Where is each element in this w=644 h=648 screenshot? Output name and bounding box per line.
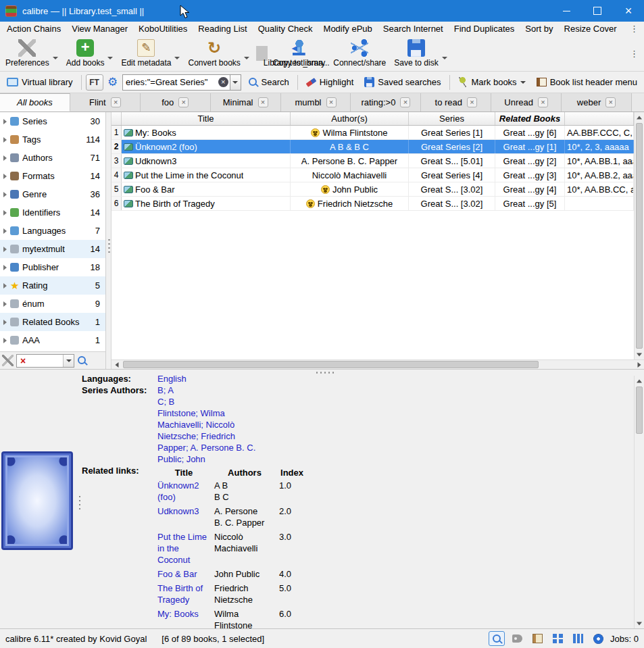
highlight-button[interactable]: Highlight — [302, 74, 358, 91]
tag-browser-item[interactable]: Publisher 18 — [0, 258, 105, 276]
dropdown-arrow-icon[interactable] — [244, 57, 249, 59]
series-author-link[interactable]: Nietzsche; Friedrich — [157, 430, 631, 442]
expand-arrow-icon[interactable] — [3, 119, 7, 124]
expand-arrow-icon[interactable] — [3, 174, 7, 179]
book-row[interactable]: 5 Foo & Bar John Public Great S... [3.02… — [112, 182, 634, 197]
tag-browser-toggle[interactable] — [509, 631, 525, 646]
tag-browser-item[interactable]: mytextmult 14 — [0, 240, 105, 258]
sidebar-splitter[interactable] — [106, 112, 112, 369]
book-list-tab[interactable]: Unread — [491, 93, 562, 111]
jobs-indicator[interactable]: Jobs: 0 — [610, 634, 639, 644]
cover-grid-toggle[interactable] — [549, 631, 566, 646]
virtual-library-button[interactable]: Virtual library — [3, 74, 77, 91]
details-splitter[interactable] — [0, 369, 644, 376]
dropdown-arrow-icon[interactable] — [174, 57, 180, 59]
series-author-link[interactable]: Papper; A. Persone B. C. — [157, 442, 631, 453]
edit-metadata-button[interactable]: Edit metadata — [117, 37, 184, 70]
related-title-link[interactable]: Ünknown2 (foo) — [157, 480, 199, 502]
expand-arrow-icon[interactable] — [3, 137, 7, 143]
scroll-left-icon[interactable] — [112, 360, 122, 369]
connect-share-button[interactable]: Connect/share — [329, 37, 390, 70]
menu-item[interactable]: Resize Cover — [559, 22, 622, 36]
expand-arrow-icon[interactable] — [3, 155, 7, 161]
related-title-link[interactable]: Foo & Bar — [157, 569, 197, 579]
clear-find-icon[interactable] — [17, 355, 26, 366]
related-title-link[interactable]: Udknown3 — [157, 506, 199, 516]
series-author-link[interactable]: B; A — [157, 384, 631, 396]
scrollbar-thumb[interactable] — [636, 123, 643, 349]
book-list-tab[interactable]: foo — [141, 93, 211, 111]
menu-item[interactable]: Quality Check — [253, 22, 318, 36]
full-text-search-toggle[interactable]: FT — [86, 74, 103, 91]
menu-item[interactable]: View Manager — [66, 22, 133, 36]
scroll-up-icon[interactable] — [635, 112, 644, 122]
book-list-tab[interactable]: Flint — [70, 93, 141, 111]
search-highlight-toggle[interactable] — [489, 631, 505, 646]
preferences-button[interactable]: Preferences — [1, 37, 62, 70]
scroll-down-icon[interactable] — [635, 618, 644, 628]
close-button[interactable] — [613, 0, 644, 22]
book-list-tab[interactable]: All books — [0, 93, 70, 111]
book-cover-thumbnail[interactable] — [1, 451, 73, 550]
series-author-link[interactable]: C; B — [157, 396, 631, 407]
scroll-up-icon[interactable] — [635, 376, 644, 386]
tab-close-icon[interactable] — [605, 97, 616, 107]
book-row[interactable]: 3 Udknown3 A. Persone B. C. Papper Great… — [112, 154, 634, 168]
tag-browser-item[interactable]: énum 9 — [0, 295, 105, 313]
tag-browser-search-icon[interactable] — [77, 355, 87, 366]
convert-books-button[interactable]: Convert books — [184, 37, 253, 70]
series-author-link[interactable]: Public; John — [157, 453, 631, 465]
tab-close-icon[interactable] — [538, 97, 548, 107]
menu-item[interactable]: Modify ePub — [318, 22, 378, 36]
expand-arrow-icon[interactable] — [3, 338, 7, 343]
expand-arrow-icon[interactable] — [3, 192, 7, 197]
tab-close-icon[interactable] — [400, 97, 410, 107]
tag-browser-item[interactable]: Authors 71 — [0, 149, 105, 167]
book-list-vertical-scrollbar[interactable] — [634, 112, 644, 359]
column-header-series[interactable]: Series — [409, 112, 495, 125]
tag-browser-item[interactable]: Series 30 — [0, 112, 105, 130]
menu-item[interactable]: Action Chains — [1, 22, 66, 36]
tag-browser-item[interactable]: Formats 14 — [0, 167, 105, 185]
tab-close-icon[interactable] — [258, 97, 268, 107]
book-row[interactable]: 6 The Birth of Tragedy Friedrich Nietzsc… — [112, 197, 634, 211]
series-author-link[interactable]: Machiavelli; Niccolò — [157, 419, 631, 430]
expand-arrow-icon[interactable] — [3, 247, 7, 252]
scroll-down-icon[interactable] — [635, 349, 644, 359]
tag-browser-find-box[interactable] — [16, 354, 74, 368]
tag-browser-item[interactable]: Languages 7 — [0, 222, 105, 240]
book-list-tab[interactable]: weber — [562, 93, 632, 111]
tab-close-icon[interactable] — [467, 97, 477, 107]
cover-splitter[interactable] — [78, 376, 82, 628]
search-input[interactable] — [126, 77, 218, 87]
menu-item[interactable]: Search Internet — [378, 22, 449, 36]
saved-searches-button[interactable]: Saved searches — [360, 74, 445, 91]
tab-close-icon[interactable] — [326, 97, 337, 107]
menu-item[interactable]: Sort by — [520, 22, 558, 36]
quickview-toggle[interactable] — [590, 631, 606, 646]
find-dropdown[interactable] — [63, 355, 74, 367]
column-header-related-books[interactable]: Related Books — [495, 112, 565, 125]
tab-close-icon[interactable] — [111, 97, 121, 107]
related-title-link[interactable]: Put the Lime in the Coconut — [157, 532, 207, 565]
series-author-link[interactable]: Flintstone; Wilma — [157, 407, 631, 419]
chevron-down-icon[interactable] — [520, 81, 526, 84]
expand-arrow-icon[interactable] — [3, 301, 7, 307]
tag-browser-item[interactable]: Identifiers 14 — [0, 203, 105, 222]
book-list-header-menu-button[interactable]: Book list header menu — [532, 74, 641, 91]
maximize-button[interactable] — [582, 0, 613, 22]
expand-arrow-icon[interactable] — [3, 210, 7, 216]
scrollbar-thumb[interactable] — [123, 361, 539, 368]
scrollbar-thumb[interactable] — [636, 387, 643, 434]
book-list-tab[interactable]: mumbl — [281, 93, 351, 111]
search-options-gear-icon[interactable] — [106, 74, 120, 91]
expand-arrow-icon[interactable] — [3, 228, 7, 234]
cover-browser-toggle[interactable] — [570, 631, 586, 646]
book-row[interactable]: 4 Put the Lime in the Coconut Niccolò Ma… — [112, 168, 634, 182]
book-list-tab[interactable]: Minimal — [211, 93, 281, 111]
column-header-title[interactable]: Title — [122, 112, 291, 125]
configure-tag-browser-icon[interactable] — [2, 355, 14, 366]
clear-search-icon[interactable] — [218, 77, 228, 87]
dropdown-arrow-icon[interactable] — [107, 57, 113, 59]
menu-overflow-icon[interactable] — [626, 24, 643, 34]
